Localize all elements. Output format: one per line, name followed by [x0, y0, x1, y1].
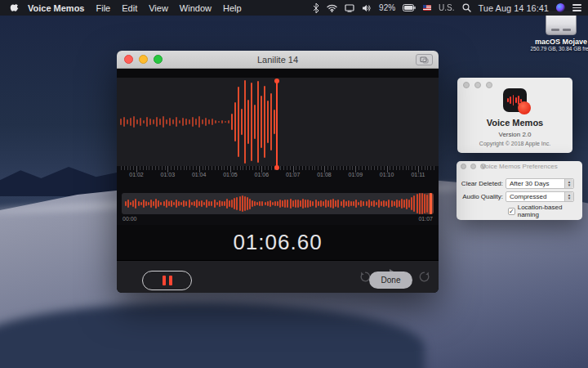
- preferences-window: Voice Memos Preferences Clear Deleted: A…: [457, 161, 582, 220]
- clear-deleted-value: After 30 Days: [510, 180, 549, 187]
- scrub-start-time: 00:00: [122, 216, 137, 222]
- audio-quality-label: Audio Quality:: [457, 193, 506, 200]
- siri-icon[interactable]: [556, 3, 565, 12]
- input-source-label[interactable]: U.S.: [439, 3, 454, 12]
- close-icon[interactable]: [124, 55, 133, 64]
- pref-window-title: Voice Memos Preferences: [457, 161, 582, 173]
- playhead[interactable]: [276, 80, 278, 168]
- pause-icon: [169, 276, 172, 285]
- main-waveform: [117, 78, 439, 166]
- notification-center-icon[interactable]: [572, 4, 581, 11]
- window-top-strip: [117, 69, 439, 78]
- menu-window[interactable]: Window: [180, 3, 212, 13]
- record-badge-icon: [518, 101, 531, 114]
- location-naming-label: Location-based naming: [518, 204, 582, 218]
- transport-controls: Done: [117, 260, 439, 293]
- battery-percent: 92%: [379, 3, 395, 12]
- about-copyright: Copyright © 2018 Apple Inc.: [457, 141, 572, 146]
- clear-deleted-label: Clear Deleted:: [457, 180, 506, 187]
- timeline-label: 01:02: [129, 172, 144, 177]
- timeline-label: 01:09: [349, 172, 363, 177]
- recorder-titlebar[interactable]: Lanilite 14: [117, 51, 439, 69]
- timeline-label: 01:08: [317, 172, 332, 177]
- timeline-label: 01:07: [286, 172, 301, 177]
- scrubber-playhead[interactable]: [430, 193, 432, 214]
- menu-bar: Voice Memos File Edit View Window Help 9…: [0, 0, 588, 16]
- menu-help[interactable]: Help: [223, 3, 242, 13]
- stepper-icon: ▲▼: [564, 192, 573, 201]
- menu-view[interactable]: View: [149, 3, 168, 13]
- zoom-icon[interactable]: [154, 55, 163, 64]
- about-window-controls[interactable]: [463, 82, 492, 88]
- apple-menu-icon[interactable]: [10, 3, 20, 13]
- pause-icon: [163, 276, 166, 285]
- bluetooth-icon[interactable]: [313, 3, 319, 13]
- about-voice-memos-window: Voice Memos Version 2.0 Copyright © 2018…: [457, 78, 572, 153]
- timeline-label: 01:11: [411, 172, 425, 177]
- display-icon[interactable]: [345, 4, 354, 12]
- volume-icon[interactable]: [362, 4, 372, 12]
- edit-button[interactable]: [416, 54, 433, 65]
- checkbox-checked-icon[interactable]: ✓: [508, 208, 515, 215]
- stepper-icon: ▲▼: [564, 179, 573, 188]
- timeline-label: 01:10: [380, 172, 394, 177]
- scrub-end-time: 01:07: [418, 216, 433, 222]
- voice-memos-recorder-window: Lanilite 14 01:0201:0301:0401:0501:0601:…: [117, 51, 439, 293]
- desktop-disk-macos-mojave[interactable]: macOS Mojave 250.79 GB, 30.84 GB free: [529, 11, 588, 52]
- disk-name: macOS Mojave: [529, 38, 588, 46]
- zoom-icon[interactable]: [486, 82, 492, 88]
- spotlight-search-icon[interactable]: [462, 3, 471, 12]
- input-source-flag-icon[interactable]: [423, 5, 431, 11]
- done-button[interactable]: Done: [369, 272, 412, 289]
- window-controls[interactable]: [124, 55, 163, 64]
- timeline-label: 01:04: [192, 172, 207, 177]
- scrubber-region: 00:00 01:07: [117, 186, 439, 225]
- crop-edit-icon: [420, 56, 429, 64]
- menu-edit[interactable]: Edit: [122, 3, 137, 13]
- minimize-icon[interactable]: [474, 82, 481, 88]
- skip-forward-button[interactable]: [418, 271, 431, 284]
- battery-icon[interactable]: [403, 4, 416, 11]
- current-time-display: 01:06.60: [233, 230, 322, 255]
- time-display-area: 01:06.60: [117, 225, 439, 260]
- minimize-icon[interactable]: [139, 55, 148, 64]
- disk-info: 250.79 GB, 30.84 GB free: [529, 46, 588, 52]
- audio-quality-value: Compressed: [510, 193, 546, 200]
- menu-clock[interactable]: Tue Aug 14 16:41: [479, 3, 549, 13]
- location-naming-checkbox-row[interactable]: ✓ Location-based naming: [508, 204, 582, 218]
- menu-file[interactable]: File: [96, 3, 111, 13]
- about-app-name: Voice Memos: [457, 118, 572, 128]
- audio-quality-select[interactable]: Compressed▲▼: [506, 191, 574, 202]
- about-version: Version 2.0: [457, 131, 572, 138]
- recording-title: Lanilite 14: [257, 55, 298, 65]
- close-icon[interactable]: [463, 82, 470, 88]
- timeline-label: 01:05: [223, 172, 238, 177]
- voice-memos-app-icon: [503, 88, 527, 112]
- overview-scrubber[interactable]: [122, 193, 434, 214]
- pause-recording-button[interactable]: [142, 271, 192, 290]
- clear-deleted-select[interactable]: After 30 Days▲▼: [506, 178, 574, 189]
- timeline-label: 01:03: [161, 172, 176, 177]
- timeline-label: 01:06: [255, 172, 270, 177]
- wifi-icon[interactable]: [327, 4, 337, 12]
- menu-app-name[interactable]: Voice Memos: [28, 3, 85, 13]
